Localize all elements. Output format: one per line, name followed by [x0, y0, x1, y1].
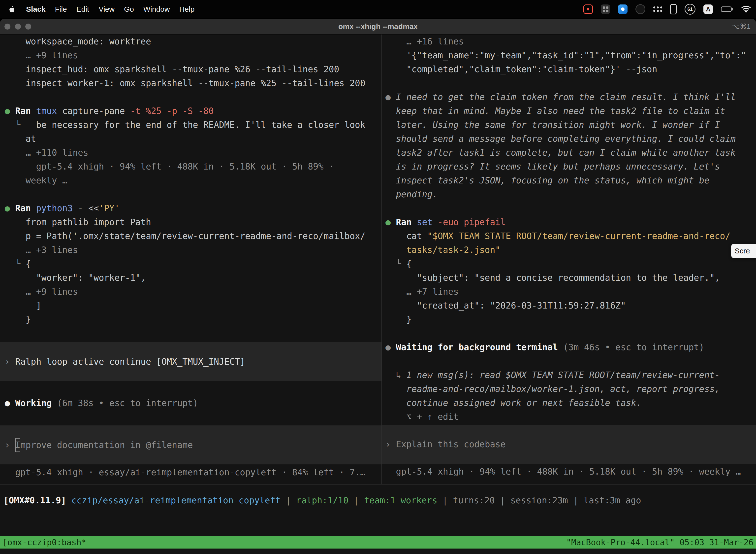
tmux-session-label: [omx-cczip0:bash*	[2, 538, 86, 547]
spacer	[0, 381, 381, 396]
input-source-icon[interactable]: A	[703, 4, 713, 14]
terminal-line: └ be necessary for the end of the README…	[0, 118, 381, 132]
menu-help[interactable]: Help	[175, 5, 199, 13]
hud-divider	[0, 484, 756, 485]
terminal-line: inspect task2's JSON, focusing on the st…	[382, 173, 756, 187]
menu-file[interactable]: File	[50, 5, 71, 13]
terminal-line: }	[382, 313, 756, 326]
menu-bar-status-icons: 61 A	[583, 4, 756, 15]
menu-bar-menus: Slack File Edit View Go Window Help	[0, 5, 199, 13]
spacer	[382, 76, 756, 90]
screen: Slack File Edit View Go Window Help 61 A	[0, 0, 756, 554]
terminal-window: omx --xhigh --madmax ⌥⌘1 workspace_mode:…	[0, 19, 756, 554]
terminal-line: should send a message before completing …	[382, 132, 756, 146]
spacer	[0, 326, 381, 342]
terminal-line: … +9 lines	[0, 48, 381, 62]
terminal-line: "completed","claim_token":"claim-token"}…	[382, 62, 756, 76]
menu-edit[interactable]: Edit	[72, 5, 94, 13]
terminal-line: pending.	[382, 187, 756, 201]
window-title: omx --xhigh --madmax	[0, 22, 756, 31]
menu-window[interactable]: Window	[139, 5, 175, 13]
wifi-icon[interactable]	[741, 5, 751, 14]
terminal-line: continue assigned work or next feasible …	[382, 396, 756, 410]
terminal-line: … +3 lines	[0, 243, 381, 257]
omx-hud-line: [OMX#0.11.9] cczip/essay/ai-reimplementa…	[0, 493, 756, 507]
omx-status-line: [OMX#0.11.9] cczip/essay/ai-reimplementa…	[0, 493, 756, 507]
terminal-line: gpt-5.4 xhigh · 94% left · 488K in · 5.1…	[382, 465, 756, 479]
spacer	[382, 326, 756, 340]
terminal-line: ]	[0, 298, 381, 313]
left-terminal-pane[interactable]: workspace_mode: worktree … +9 lines insp…	[0, 35, 381, 484]
terminal-line: "created_at": "2026-03-31T11:59:27.816Z"	[382, 298, 756, 313]
terminal-line: ● I need to get the claim token from the…	[382, 90, 756, 104]
terminal-line: task2 after task1 is complete, but can I…	[382, 146, 756, 160]
prompt-placeholder-band[interactable]: › Improve documentation in @filename	[0, 426, 381, 464]
terminal-line: is in progress? It seems likely but perh…	[382, 160, 756, 173]
spacer	[0, 187, 381, 201]
screenshot-preview-popup[interactable]: Scre	[731, 244, 756, 258]
terminal-line: at	[0, 132, 381, 146]
spacer	[0, 90, 381, 104]
terminal-line: "worker": "worker-1",	[0, 271, 381, 285]
dark-circle-app-icon[interactable]	[635, 4, 645, 14]
terminal-line: gpt-5.4 xhigh · essay/ai-reimplementatio…	[0, 465, 381, 479]
app-grid-icon[interactable]	[601, 4, 610, 14]
terminal-line: ↳ 1 new msg(s): read $OMX_TEAM_STATE_ROO…	[382, 368, 756, 382]
window-titlebar[interactable]: omx --xhigh --madmax ⌥⌘1	[0, 19, 756, 35]
terminal-line: workspace_mode: worktree	[0, 35, 381, 48]
tmux-host-clock: "MacBook-Pro-44.local" 05:03 31-Mar-26	[566, 538, 754, 547]
dots-grid-icon[interactable]	[653, 6, 662, 12]
right-terminal-pane[interactable]: … +16 lines '{"team_name":"my-team","tas…	[382, 35, 756, 484]
terminal-line: from pathlib import Path	[0, 215, 381, 229]
terminal-line: readme-and-reco/mailbox/worker-1.json, a…	[382, 382, 756, 396]
battery-percentage-icon[interactable]: 61	[685, 4, 695, 15]
terminal-line: later. Using the same for transition mig…	[382, 118, 756, 132]
window-shortcut-hint: ⌥⌘1	[732, 22, 751, 31]
terminal-line: "subject": "send a concise recommendatio…	[382, 271, 756, 285]
menu-bar: Slack File Edit View Go Window Help 61 A	[0, 0, 756, 18]
terminal-line: '{"team_name":"my-team","task_id":"1","f…	[382, 48, 756, 62]
prompt-placeholder-band[interactable]: › Explain this codebase	[382, 425, 756, 464]
terminal-line: cat "$OMX_TEAM_STATE_ROOT/team/review-cu…	[382, 229, 756, 243]
screen-recording-indicator-icon[interactable]	[583, 4, 593, 14]
menu-view[interactable]: View	[94, 5, 119, 13]
iphone-mirroring-icon[interactable]	[670, 4, 677, 14]
terminal-line: … +16 lines	[382, 35, 756, 48]
terminal-line: ⌥ + ↑ edit	[382, 410, 756, 424]
spacer	[382, 201, 756, 215]
terminal-line: }	[0, 313, 381, 326]
apple-menu[interactable]	[8, 5, 15, 13]
terminal-line: keep that in mind. Maybe I also need the…	[382, 104, 756, 118]
ralph-loop-band[interactable]: › Ralph loop active continue [OMX_TMUX_I…	[0, 342, 381, 381]
terminal-line: └ {	[382, 257, 756, 271]
terminal-line: … +110 lines	[0, 146, 381, 160]
tmux-status-bar: [omx-cczip0:bash* "MacBook-Pro-44.local"…	[0, 536, 756, 549]
terminal-line: ● Ran tmux capture-pane -t %25 -p -S -80	[0, 104, 381, 118]
terminal-line: tasks/task-2.json"	[382, 243, 756, 257]
terminal-line: weekly …	[0, 173, 381, 187]
terminal-line: … +7 lines	[382, 285, 756, 298]
spacer	[382, 354, 756, 368]
terminal-line: ● Ran set -euo pipefail	[382, 215, 756, 229]
terminal-line: inspect_worker-1: omx sparkshell --tmux-…	[0, 76, 381, 90]
menu-go[interactable]: Go	[119, 5, 139, 13]
terminal-line: ● Ran python3 - <<'PY'	[0, 201, 381, 215]
terminal-line: … +9 lines	[0, 285, 381, 298]
terminal-line: gpt-5.4 xhigh · 94% left · 488K in · 5.1…	[0, 160, 381, 173]
app-menu-slack[interactable]: Slack	[21, 5, 50, 13]
terminal-line: ● Waiting for background terminal (3m 46…	[382, 340, 756, 354]
terminal-line: ● Working (6m 38s • esc to interrupt)	[0, 396, 381, 410]
apple-logo-icon	[8, 5, 15, 13]
tmux-panes: workspace_mode: worktree … +9 lines insp…	[0, 35, 756, 484]
terminal-line: └ {	[0, 257, 381, 271]
terminal-line: inspect_hud: omx sparkshell --tmux-pane …	[0, 62, 381, 76]
battery-icon[interactable]	[721, 6, 733, 12]
blue-app-icon[interactable]	[618, 4, 628, 14]
spacer	[0, 410, 381, 426]
terminal-body: workspace_mode: worktree … +9 lines insp…	[0, 35, 756, 554]
terminal-line: p = Path('.omx/state/team/review-current…	[0, 229, 381, 243]
